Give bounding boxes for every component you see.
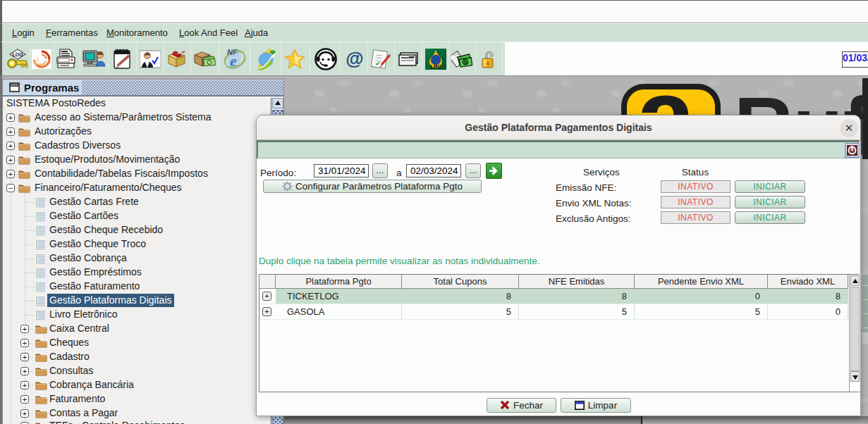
- svg-text:e: e: [230, 52, 237, 70]
- svg-text:LMC: LMC: [430, 64, 441, 69]
- svg-text:@: @: [346, 50, 363, 68]
- svg-text:$: $: [464, 59, 467, 66]
- svg-text:LOG: LOG: [12, 52, 23, 57]
